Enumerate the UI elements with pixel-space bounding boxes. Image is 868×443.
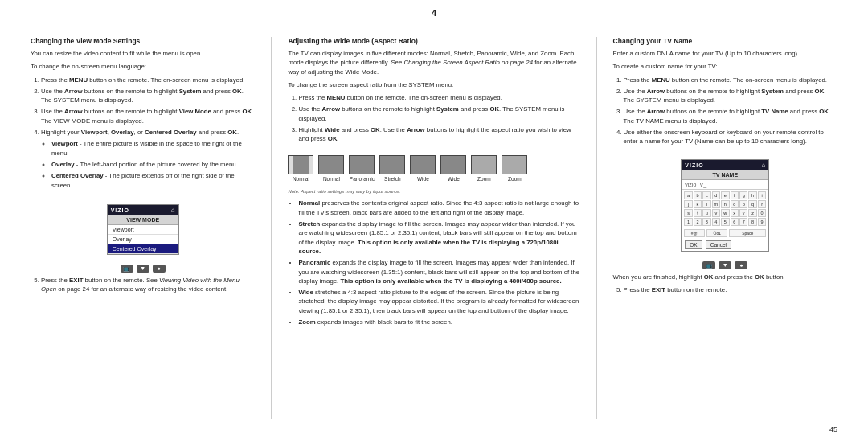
key-special[interactable]: #@! (684, 229, 705, 237)
key-x[interactable]: x (731, 209, 739, 217)
keyboard-grid: a b c d e f g h i j k l m n o p q (682, 190, 768, 228)
key-r[interactable]: r (758, 200, 766, 208)
key-n[interactable]: n (721, 200, 729, 208)
key-i[interactable]: i (758, 191, 766, 199)
aspect-normal-1-label: Normal (293, 176, 309, 182)
col1-step-4: Highlight your Viewport, Overlay, or Cen… (41, 128, 255, 190)
vizio-menu-item-overlay[interactable]: Overlay (108, 235, 178, 244)
aspect-normal-2: Normal (318, 155, 344, 182)
remote-btn-tv[interactable]: 📺 (121, 265, 133, 273)
divider-2 (596, 37, 597, 419)
col1-step-5-list: Press the EXIT button on the remote. See… (31, 276, 255, 297)
key-5[interactable]: 5 (721, 218, 729, 226)
key-h[interactable]: h (748, 191, 756, 199)
key-w[interactable]: w (721, 209, 729, 217)
col3-step-4: Use either the onscreen keyboard or keyb… (624, 128, 837, 146)
col1-sub-intro: To change the on-screen menu language: (31, 62, 255, 71)
key-1[interactable]: 1 (684, 218, 692, 226)
remote-ok-icon: ● (158, 265, 161, 271)
key-k[interactable]: k (694, 200, 702, 208)
divider-1 (271, 37, 272, 419)
key-l[interactable]: l (702, 200, 710, 208)
col3-steps: Press the MENU button on the remote. The… (613, 76, 837, 149)
key-7[interactable]: 7 (739, 218, 747, 226)
aspect-normal-1: Normal (288, 155, 313, 182)
col1-bullet-centered: Centered Overlay - The picture extends o… (51, 171, 255, 190)
remote-down-icon-col3: ▼ (723, 262, 728, 268)
col1-bullets: Viewport - The entire picture is visible… (41, 139, 255, 189)
col2-bullet-wide: Wide stretches a 4:3 aspect ratio pictur… (298, 288, 579, 315)
page: 4 Changing the View Mode Settings You ca… (0, 0, 868, 443)
remote-buttons-col1: 📺 ▼ ● (31, 265, 255, 273)
tv-name-input[interactable]: vizioTV_ (682, 180, 768, 190)
remote-btn-tv-col3[interactable]: 📺 (702, 261, 715, 269)
key-8[interactable]: 8 (748, 218, 756, 226)
key-f[interactable]: f (731, 191, 739, 199)
aspect-wide-2: Wide (440, 155, 466, 182)
key-p[interactable]: p (739, 200, 747, 208)
aspect-normal-2-label: Normal (323, 176, 340, 182)
key-j[interactable]: j (684, 200, 692, 208)
col1-title: Changing the View Mode Settings (31, 37, 255, 45)
vizio-menu-item-viewport[interactable]: Viewport (108, 225, 178, 235)
remote-ok-icon-col3: ● (739, 262, 743, 268)
page-number: 4 (0, 8, 868, 18)
tv-ok-button[interactable]: OK (685, 240, 702, 249)
key-t[interactable]: t (694, 209, 702, 217)
aspect-note: Note: Aspect ratio settings may vary by … (288, 189, 579, 195)
key-9[interactable]: 9 (758, 218, 766, 226)
aspect-grid: Normal Normal Panoramic Stretch (288, 155, 579, 182)
vizio-menu-icon: ⌂ (171, 207, 175, 214)
col2-bullet-normal: Normal preserves the content's original … (298, 199, 579, 217)
remote-btn-down-col3[interactable]: ▼ (719, 261, 731, 269)
aspect-zoom-2: Zoom (502, 155, 527, 182)
key-s[interactable]: s (684, 209, 692, 217)
key-q[interactable]: q (748, 200, 756, 208)
col-wide-mode: Adjusting the Wide Mode (Aspect Ratio) T… (288, 37, 579, 419)
key-u[interactable]: u (702, 209, 710, 217)
col1-step-2: Use the Arrow buttons on the remote to h… (41, 87, 255, 105)
col2-step-2: Use the Arrow buttons on the remote to h… (298, 105, 579, 123)
col3-finish-text: When you are finished, highlight OK and … (613, 273, 837, 281)
remote-btn-ok[interactable]: ● (153, 265, 166, 273)
key-m[interactable]: m (712, 200, 720, 208)
col2-step-1: Press the MENU button on the remote. The… (298, 93, 579, 102)
col3-step-1: Press the MENU button on the remote. The… (624, 76, 837, 84)
key-o[interactable]: o (731, 200, 739, 208)
key-v[interactable]: v (712, 209, 720, 217)
col2-title: Adjusting the Wide Mode (Aspect Ratio) (288, 37, 579, 45)
col1-intro: You can resize the video content to fit … (31, 49, 255, 58)
key-a[interactable]: a (684, 191, 692, 199)
key-6[interactable]: 6 (731, 218, 739, 226)
key-4[interactable]: 4 (712, 218, 720, 226)
vizio-view-mode-menu: VIZIO ⌂ VIEW MODE Viewport Overlay Cente… (107, 204, 179, 255)
key-d[interactable]: d (712, 191, 720, 199)
key-space[interactable]: Space (729, 229, 766, 237)
page-number-bottom: 45 (829, 425, 837, 433)
key-2[interactable]: 2 (694, 218, 702, 226)
key-accented[interactable]: Öö1 (706, 229, 727, 237)
key-z[interactable]: z (748, 209, 756, 217)
aspect-zoom-1: Zoom (471, 155, 497, 182)
key-g[interactable]: g (739, 191, 747, 199)
key-y[interactable]: y (739, 209, 747, 217)
col3-step-2: Use the Arrow buttons on the remote to h… (624, 87, 837, 105)
col2-bullets: Normal preserves the content's original … (288, 199, 579, 329)
tv-name-menu: VIZIO ⌂ TV NAME vizioTV_ a b c d e f g h… (681, 159, 769, 252)
aspect-wide-1-label: Wide (417, 176, 429, 182)
aspect-stretch: Stretch (379, 155, 405, 182)
vizio-logo: VIZIO (111, 207, 129, 213)
aspect-wide-2-label: Wide (448, 176, 460, 182)
remote-btn-down[interactable]: ▼ (137, 265, 149, 273)
col2-bullet-stretch: Stretch expands the display image to fil… (298, 219, 579, 256)
tv-name-vizio-logo: VIZIO (685, 162, 703, 168)
key-0[interactable]: 0 (758, 209, 766, 217)
tv-cancel-button[interactable]: Cancel (706, 240, 731, 249)
col2-step-3: Highlight Wide and press OK. Use the Arr… (298, 125, 579, 144)
key-e[interactable]: e (721, 191, 729, 199)
key-3[interactable]: 3 (702, 218, 710, 226)
key-b[interactable]: b (694, 191, 702, 199)
remote-btn-ok-col3[interactable]: ● (735, 261, 747, 269)
key-c[interactable]: c (702, 191, 710, 199)
vizio-menu-item-centered-overlay[interactable]: Centered Overlay (108, 244, 178, 254)
